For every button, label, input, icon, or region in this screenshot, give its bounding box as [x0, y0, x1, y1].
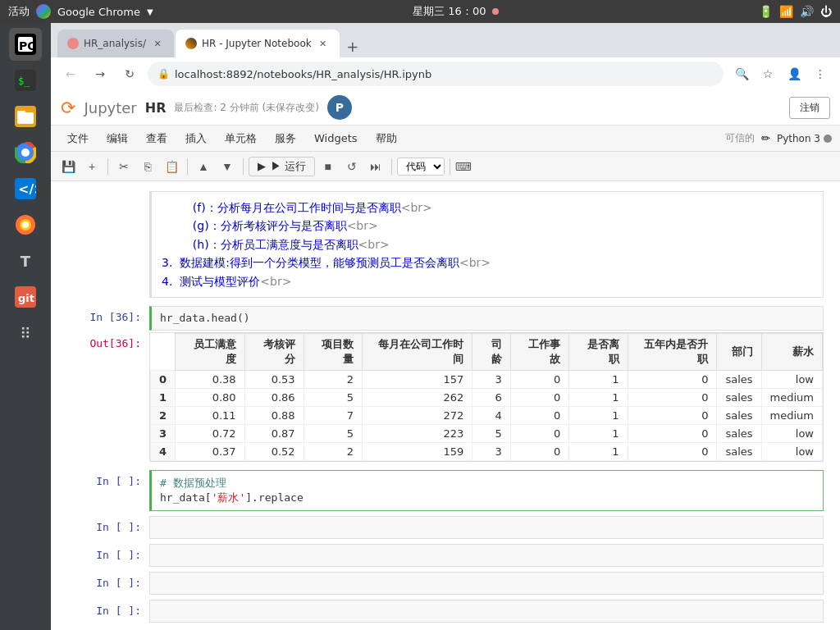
tab2-title: HR - Jupyter Notebook [202, 38, 312, 49]
row-4-eval: 0.52 [244, 442, 304, 460]
git-icon[interactable]: git [9, 281, 42, 313]
markdown-line-g: (g)：分析考核评分与是否离职<br> [178, 217, 813, 235]
search-icon[interactable]: 🔍 [730, 62, 753, 85]
empty-cell-3[interactable]: In [ ]: [51, 572, 840, 595]
empty-cell-1-content[interactable] [149, 516, 824, 539]
row-4-salary: low [761, 442, 822, 460]
move-down-button[interactable]: ▼ [217, 156, 238, 177]
tab-hr-analysis[interactable]: HR_analysis/ ✕ [57, 30, 174, 57]
cell-36-prompt-in: In [36]: [51, 306, 149, 323]
paste-button[interactable]: 📋 [161, 156, 182, 177]
menu-help[interactable]: 帮助 [368, 128, 405, 149]
menu-widgets[interactable]: Widgets [306, 129, 366, 148]
row-0-salary: low [761, 370, 822, 388]
edit-trusted-icon[interactable]: ✏ [761, 132, 770, 144]
tab1-close-button[interactable]: ✕ [151, 37, 164, 50]
pycharm-icon[interactable]: PC [9, 28, 42, 61]
menu-file[interactable]: 文件 [59, 128, 97, 149]
firefox-icon[interactable] [9, 208, 42, 241]
add-cell-button[interactable]: + [81, 156, 103, 177]
output-table: 员工满意度 考核评分 项目数量 每月在公司工作时间 司龄 工作事故 是否离职 五… [150, 333, 823, 461]
row-2-promoted: 0 [628, 406, 717, 424]
files-icon[interactable] [9, 100, 42, 133]
table-row: 1 0.80 0.86 5 262 6 0 1 0 [151, 388, 823, 406]
empty-cell-1-prompt: In [ ]: [51, 516, 149, 533]
empty-cell-4-content[interactable] [149, 600, 824, 623]
keyboard-shortcuts-icon[interactable]: ⌨ [455, 160, 472, 173]
active-cell-content[interactable]: # 数据预处理 hr_data['薪水'].replace [149, 470, 824, 511]
notebook-area[interactable]: (f)：分析每月在公司工作时间与是否离职<br> (g)：分析考核评分与是否离职… [51, 181, 840, 630]
chrome-icon[interactable] [9, 136, 42, 169]
terminal-icon[interactable]: $_ [9, 64, 42, 97]
more-options-icon[interactable]: ⋮ [809, 62, 832, 85]
volume-icon[interactable]: 🔊 [800, 5, 814, 18]
logout-button[interactable]: 注销 [789, 97, 830, 119]
forward-button[interactable]: → [89, 62, 112, 85]
cell-36-table-content: 员工满意度 考核评分 项目数量 每月在公司工作时间 司龄 工作事故 是否离职 五… [149, 332, 824, 462]
menu-cell[interactable]: 单元格 [217, 128, 265, 149]
menu-view[interactable]: 查看 [138, 128, 176, 149]
empty-cell-3-content[interactable] [149, 572, 824, 595]
row-3-accident: 0 [510, 424, 568, 442]
empty-cell-2[interactable]: In [ ]: [51, 544, 840, 567]
empty-cell-4[interactable]: In [ ]: [51, 600, 840, 623]
row-3-salary: low [761, 424, 822, 442]
network-icon[interactable]: 📶 [779, 5, 793, 18]
svg-point-9 [21, 148, 30, 157]
empty-cell-2-input[interactable] [149, 544, 824, 567]
svg-text:PC: PC [19, 39, 36, 52]
cell-36-prompt-out: Out[36]: [51, 332, 149, 349]
empty-cell-1[interactable]: In [ ]: [51, 516, 840, 539]
text-editor-icon[interactable]: T [9, 244, 42, 277]
back-button[interactable]: ← [59, 62, 82, 85]
vscode-icon[interactable]: </> [9, 172, 42, 205]
move-up-button[interactable]: ▲ [193, 156, 214, 177]
cell-36-code-content[interactable]: hr_data.head() [149, 306, 824, 331]
dots-icon[interactable]: ⠿ [9, 317, 42, 349]
bookmark-icon[interactable]: ☆ [756, 62, 779, 85]
menu-kernel[interactable]: 服务 [267, 128, 304, 149]
jupyter-header: ⟳ Jupyter HR 最后检查: 2 分钟前 (未保存改变) P 注销 [51, 90, 840, 126]
svg-text:</>: </> [18, 181, 36, 197]
row-2-accident: 0 [510, 406, 568, 424]
empty-cell-3-input[interactable] [149, 572, 824, 595]
profile-icon[interactable]: 👤 [783, 62, 806, 85]
jupyter-logo-icon: ⟳ [61, 98, 75, 118]
empty-cell-4-input[interactable] [149, 600, 824, 623]
empty-cell-2-content[interactable] [149, 544, 824, 567]
active-code-cell[interactable]: In [ ]: # 数据预处理 hr_data['薪水'].replace [51, 470, 840, 511]
url-bar[interactable]: 🔒 localhost:8892/notebooks/HR_analysis/H… [148, 62, 724, 86]
tab-jupyter-notebook[interactable]: HR - Jupyter Notebook ✕ [176, 30, 340, 57]
toolbar-separator-5 [450, 158, 450, 175]
output-table-wrap: 员工满意度 考核评分 项目数量 每月在公司工作时间 司龄 工作事故 是否离职 五… [149, 332, 824, 462]
empty-cell-1-input[interactable] [149, 516, 824, 539]
run-icon: ▶ [258, 160, 266, 172]
save-button[interactable]: 💾 [57, 156, 79, 177]
copy-button[interactable]: ⎘ [137, 156, 158, 177]
restart-button[interactable]: ↺ [341, 156, 363, 177]
active-cell-code[interactable]: # 数据预处理 hr_data['薪水'].replace [149, 470, 824, 511]
activities-label[interactable]: 活动 [8, 4, 30, 19]
menu-insert[interactable]: 插入 [177, 128, 215, 149]
reload-button[interactable]: ↻ [118, 62, 141, 85]
cut-button[interactable]: ✂ [113, 156, 135, 177]
tab2-close-button[interactable]: ✕ [317, 37, 330, 50]
cell-36-input: In [36]: hr_data.head() [51, 306, 840, 331]
battery-icon[interactable]: 🔋 [759, 5, 773, 18]
svg-rect-7 [17, 111, 25, 114]
row-4-left: 1 [569, 442, 628, 460]
power-icon[interactable]: ⏻ [820, 5, 832, 18]
lock-icon: 🔒 [158, 68, 170, 80]
row-1-projects: 5 [304, 388, 362, 406]
interrupt-button[interactable]: ■ [317, 156, 339, 177]
new-tab-button[interactable]: + [341, 34, 364, 57]
row-3-projects: 5 [304, 424, 362, 442]
row-2-left: 1 [569, 406, 628, 424]
col-header-left: 是否离职 [569, 333, 628, 370]
run-button[interactable]: ▶ ▶ 运行 [249, 157, 315, 176]
row-3-satisfaction: 0.72 [176, 424, 245, 442]
menu-edit[interactable]: 编辑 [98, 128, 136, 149]
restart-run-button[interactable]: ⏭ [365, 156, 386, 177]
col-header-satisfaction: 员工满意度 [176, 333, 245, 370]
cell-type-select[interactable]: 代码 [397, 158, 445, 176]
